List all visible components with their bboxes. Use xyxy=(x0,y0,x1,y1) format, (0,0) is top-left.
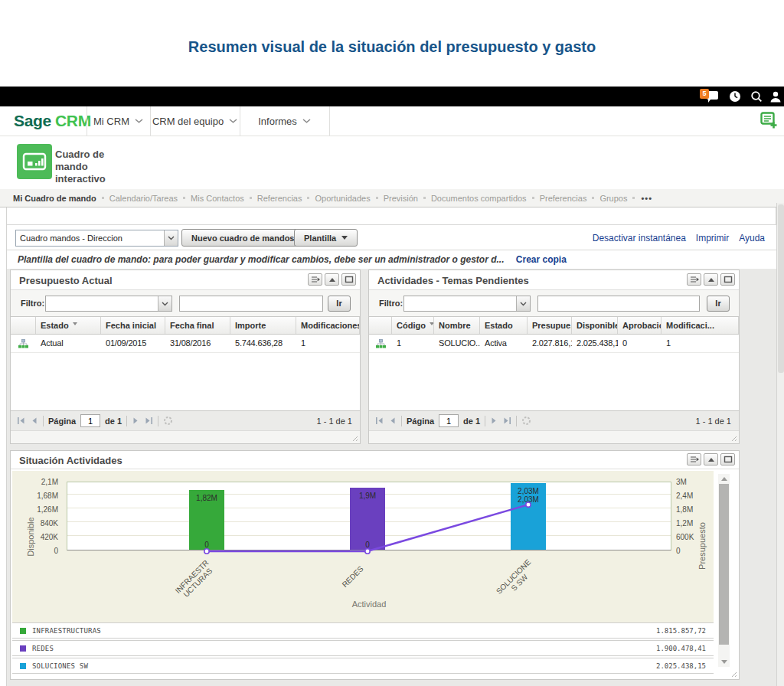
panel-collapse-button[interactable] xyxy=(704,273,718,286)
panel-dock-button[interactable] xyxy=(687,273,701,286)
pagination-last-button[interactable] xyxy=(503,416,511,425)
x-category-label: REDES xyxy=(328,552,377,601)
panel-title: Situación Actividades xyxy=(19,455,122,466)
panel-maximize-button[interactable] xyxy=(720,273,735,286)
pagination-next-button[interactable] xyxy=(490,416,498,425)
tab-calendario-tareas[interactable]: Calendario/Tareas xyxy=(104,194,183,203)
tab-grupos[interactable]: Grupos xyxy=(594,194,632,203)
left-axis-title: Disponible xyxy=(26,502,35,571)
chart-scrollbar[interactable] xyxy=(718,474,730,667)
filter-value-input[interactable] xyxy=(179,296,323,312)
page-scrollbar[interactable] xyxy=(776,203,784,686)
column-estado[interactable]: Estado xyxy=(480,317,528,334)
create-copy-link[interactable]: Crear copia xyxy=(516,254,567,265)
resize-handle[interactable] xyxy=(730,434,737,441)
column-codigo[interactable]: Código xyxy=(392,317,434,334)
column-disponible[interactable]: Disponible xyxy=(572,317,618,334)
filter-go-button[interactable]: Ir xyxy=(328,296,351,312)
resize-handle[interactable] xyxy=(351,434,358,441)
pagination-first-button[interactable] xyxy=(375,416,384,425)
hierarchy-icon xyxy=(369,335,392,352)
tab-mis-contactos[interactable]: Mis Contactos xyxy=(185,194,250,203)
clock-icon[interactable] xyxy=(729,90,741,106)
panel-collapse-button[interactable] xyxy=(325,273,339,286)
tab-prevision[interactable]: Previsión xyxy=(378,194,423,203)
tab-documentos-compartidos[interactable]: Documentos compartidos xyxy=(426,194,532,203)
filter-value-input[interactable] xyxy=(537,296,700,312)
tick-label: 1,68M xyxy=(37,492,58,500)
tab-overflow-menu[interactable]: ••• xyxy=(635,194,658,203)
tab-referencias[interactable]: Referencias xyxy=(252,194,308,203)
panel-collapse-button[interactable] xyxy=(704,453,718,466)
menu-informes[interactable]: Informes xyxy=(240,106,329,136)
pagination-prev-button[interactable] xyxy=(30,416,38,425)
tab-oportunidades[interactable]: Oportunidades xyxy=(309,194,375,203)
pagination-last-button[interactable] xyxy=(145,416,153,425)
menu-label: CRM del equipo xyxy=(152,116,224,127)
resize-handle[interactable] xyxy=(730,670,737,677)
filter-go-button[interactable]: Ir xyxy=(707,296,730,312)
help-link[interactable]: Ayuda xyxy=(739,233,765,243)
tick-label: 420K xyxy=(41,533,58,541)
legend-row: REDES 1.900.478,41 xyxy=(12,640,714,656)
filter-field-select[interactable] xyxy=(403,296,531,312)
tick-label: 600K xyxy=(676,533,694,541)
table-row[interactable]: 1 SOLUCIO... Activa 2.027.816,15 2.025.4… xyxy=(369,335,739,353)
legend-label: REDES xyxy=(32,645,54,652)
line-series xyxy=(67,482,672,551)
cell-fecha-final: 31/08/2016 xyxy=(165,335,230,352)
tick-label: 2,1M xyxy=(41,478,58,486)
sage-crm-logo[interactable]: SageCRM xyxy=(14,112,91,130)
column-fecha-final[interactable]: Fecha final xyxy=(165,317,230,334)
column-modificaciones[interactable]: Modificaciones ... xyxy=(296,317,360,334)
filter-field-select[interactable] xyxy=(45,296,172,312)
legend-value: 2.025.438,15 xyxy=(656,662,706,670)
pagination-page-label: Página xyxy=(48,416,76,426)
search-icon[interactable] xyxy=(750,90,763,106)
pagination-next-button[interactable] xyxy=(132,416,140,425)
column-importe[interactable]: Importe xyxy=(230,317,296,334)
cell-modificaciones: 1 xyxy=(296,335,360,352)
tab-preferencias[interactable]: Preferencias xyxy=(534,194,593,203)
panel-maximize-button[interactable] xyxy=(720,453,735,466)
tick-label: 1,2M xyxy=(676,519,693,528)
column-nombre[interactable]: Nombre xyxy=(434,317,480,334)
column-aprobaciones[interactable]: Aprobacio... xyxy=(618,317,662,334)
panel-maximize-button[interactable] xyxy=(341,273,356,286)
menu-crm-del-equipo[interactable]: CRM del equipo xyxy=(150,106,240,136)
tab-mi-cuadro-de-mando[interactable]: Mi Cuadro de mando xyxy=(8,194,102,203)
add-note-icon[interactable] xyxy=(760,112,778,132)
panel-dock-button[interactable] xyxy=(308,273,322,286)
scroll-up-icon[interactable] xyxy=(718,474,730,482)
print-link[interactable]: Imprimir xyxy=(696,233,729,243)
column-estado[interactable]: Estado xyxy=(36,317,101,334)
notification-icon[interactable]: 5 xyxy=(700,90,718,103)
notice-text: Plantilla del cuadro de mando: para pode… xyxy=(18,254,504,265)
menu-mi-crm[interactable]: Mi CRM xyxy=(87,106,150,136)
deactivate-snapshot-link[interactable]: Desactivar instantánea xyxy=(593,233,686,243)
table-row[interactable]: Actual 01/09/2015 31/08/2016 5.744.636,2… xyxy=(11,335,360,353)
pagination-range: 1 - 1 de 1 xyxy=(317,416,352,426)
pagination-prev-button[interactable] xyxy=(388,416,397,425)
user-icon[interactable] xyxy=(769,90,782,106)
column-presupuesto[interactable]: Presupue... xyxy=(528,317,572,334)
cell-disponible: 2.025.438,15 xyxy=(572,335,618,352)
refresh-icon[interactable] xyxy=(163,416,173,426)
scroll-down-icon[interactable] xyxy=(718,658,730,667)
pagination-page-label: Página xyxy=(407,416,434,426)
column-modificaciones[interactable]: Modificaci... xyxy=(662,317,739,334)
refresh-icon[interactable] xyxy=(521,416,531,426)
panel-actividades-temas-pendientes: Actividades - Temas Pendientes Filtro: I… xyxy=(368,270,740,444)
column-fecha-inicial[interactable]: Fecha inicial xyxy=(101,317,165,334)
chart-plot: 1,82M01,9M02,03M2,03M xyxy=(67,482,671,550)
pagination-first-button[interactable] xyxy=(17,416,25,425)
pagination-page-input[interactable] xyxy=(80,414,100,427)
panel-dock-button[interactable] xyxy=(687,453,701,466)
page-scrollbar-thumb[interactable] xyxy=(778,204,784,373)
pagination-of-label: de 1 xyxy=(463,416,480,426)
template-button[interactable]: Plantilla xyxy=(294,229,358,247)
dashboard-select[interactable]: Cuadro mandos - Direccion xyxy=(15,230,178,247)
pagination-page-input[interactable] xyxy=(439,414,459,427)
panel-title: Actividades - Temas Pendientes xyxy=(377,275,529,286)
scrollbar-thumb[interactable] xyxy=(719,484,729,645)
